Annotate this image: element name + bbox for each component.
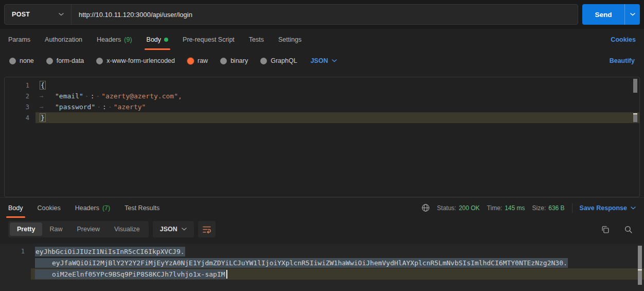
response-line: 1 eyJhbGciOiJIUzI1NiIsInR5cCI6IkpXVCJ9. (0, 246, 644, 257)
response-tabs: Body Cookies Headers (7) Test Results (8, 198, 159, 218)
radio-selected-icon (187, 58, 194, 64)
json-value-password: "azerty" (114, 103, 146, 111)
whitespace-dot: · (97, 103, 101, 111)
text-cursor (226, 270, 227, 279)
whitespace-dot: · (85, 92, 89, 100)
cursor-position-marker (638, 269, 642, 270)
method-select[interactable]: POST (5, 5, 71, 24)
status-field: Status: 200 OK (437, 204, 480, 212)
response-scrollbar[interactable] (637, 246, 642, 287)
line-number: 2 (5, 93, 35, 100)
whitespace-dot: · (96, 92, 100, 100)
url-input[interactable]: http://10.10.11.120:3000/api/user/login (71, 5, 578, 24)
status-label: Status: (437, 204, 456, 212)
cookies-link[interactable]: Cookies (611, 36, 636, 43)
size-value: 636 B (548, 204, 564, 212)
json-value-email: "azerty@azerty.com" (101, 92, 178, 100)
body-language-select[interactable]: JSON (311, 57, 337, 64)
chevron-down-icon (631, 207, 636, 210)
response-header: Body Cookies Headers (7) Test Results St… (0, 197, 644, 218)
tab-whitespace-marker: → (40, 104, 55, 111)
send-label[interactable]: Send (582, 4, 624, 25)
json-key-password: "password" (55, 103, 95, 111)
view-visualize[interactable]: Visualize (107, 222, 147, 236)
response-tab-body[interactable]: Body (8, 198, 23, 218)
response-body-viewer[interactable]: 1 eyJhbGciOiJIUzI1NiIsInR5cCI6IkpXVCJ9. … (0, 244, 644, 291)
code-line: 3 → "password" · : · "azerty" (5, 101, 639, 112)
body-type-row: none form-data x-www-form-urlencoded raw… (0, 50, 644, 72)
whitespace-dot: · (108, 103, 112, 111)
line-number: 1 (5, 82, 35, 89)
view-pretty[interactable]: Pretty (10, 222, 42, 236)
cursor-line-marker (633, 114, 637, 122)
tab-whitespace-marker: → (40, 93, 55, 100)
postman-window: POST http://10.10.11.120:3000/api/user/l… (0, 0, 644, 291)
tab-params[interactable]: Params (8, 29, 30, 50)
editor-scrollbar[interactable] (633, 79, 638, 195)
tab-authorization[interactable]: Authorization (45, 29, 82, 50)
tab-body[interactable]: Body (147, 29, 169, 50)
request-tabs: Params Authorization Headers (9) Body Pr… (8, 29, 301, 50)
tab-tests[interactable]: Tests (249, 29, 264, 50)
radio-icon (46, 58, 53, 64)
open-brace-token: { (40, 81, 46, 90)
send-button[interactable]: Send (582, 4, 640, 25)
radio-form-data[interactable]: form-data (46, 57, 84, 64)
radio-icon (260, 58, 267, 64)
headers-count-badge: (9) (124, 36, 132, 43)
time-value: 145 ms (505, 204, 525, 212)
chevron-down-icon (332, 59, 337, 62)
view-mode-switcher: Pretty Raw Preview Visualize (8, 221, 149, 237)
jwt-token-part-3: oiM2eElnf05YPc9BSq9PiP8S8KCJh7lvhjo1x-sa… (52, 270, 225, 278)
view-raw[interactable]: Raw (42, 222, 69, 236)
method-label: POST (12, 11, 30, 18)
size-field: Size: 636 B (532, 204, 565, 212)
chevron-down-icon (182, 228, 187, 231)
request-body-editor[interactable]: 1 { 2 → "email" · : · "azerty@azerty.com… (4, 77, 640, 197)
view-preview[interactable]: Preview (69, 222, 106, 236)
tab-pre-request-script[interactable]: Pre-request Script (183, 29, 235, 50)
scrollbar-thumb[interactable] (638, 246, 642, 285)
response-meta: Status: 200 OK Time: 145 ms Size: 636 B … (421, 198, 636, 218)
radio-none[interactable]: none (9, 57, 34, 64)
response-tab-headers[interactable]: Headers (7) (75, 198, 111, 218)
save-response-button[interactable]: Save Response (580, 204, 636, 212)
chevron-down-icon (630, 13, 635, 16)
tab-headers[interactable]: Headers (9) (97, 29, 132, 50)
current-line-highlight: } (35, 112, 639, 123)
line-number: 3 (5, 104, 35, 111)
response-line-wrapped-current: oiM2eElnf05YPc9BSq9PiP8S8KCJh7lvhjo1x-sa… (0, 268, 644, 280)
json-key-email: "email" (55, 92, 83, 100)
comma-token: , (178, 92, 182, 100)
network-globe-icon[interactable] (421, 203, 430, 212)
send-options-button[interactable] (624, 4, 640, 25)
beautify-link[interactable]: Beautify (610, 57, 635, 64)
word-wrap-button[interactable] (198, 221, 216, 237)
tab-settings[interactable]: Settings (278, 29, 301, 50)
colon-token: : (102, 103, 106, 111)
radio-binary[interactable]: binary (220, 57, 248, 64)
response-tab-cookies[interactable]: Cookies (38, 198, 61, 218)
code-line: 2 → "email" · : · "azerty@azerty.com" , (5, 91, 639, 101)
time-label: Time: (487, 204, 503, 212)
search-icon[interactable] (624, 225, 633, 234)
body-modified-dot (164, 38, 168, 42)
colon-token: : (91, 92, 95, 100)
radio-raw[interactable]: raw (187, 57, 208, 64)
word-wrap-icon (202, 225, 211, 234)
scrollbar-thumb[interactable] (633, 79, 637, 93)
line-number: 1 (0, 248, 31, 255)
line-number: 4 (5, 114, 35, 122)
response-toolbar-right (601, 225, 636, 234)
response-tab-test-results[interactable]: Test Results (124, 198, 159, 218)
jwt-token-part-1: eyJhbGciOiJIUzI1NiIsInR5cCI6IkpXVCJ9. (35, 247, 185, 256)
code-line-current: 4 } (5, 112, 639, 123)
request-tabs-row: Params Authorization Headers (9) Body Pr… (0, 29, 644, 50)
radio-x-www-form-urlencoded[interactable]: x-www-form-urlencoded (96, 57, 175, 64)
current-line-highlight: oiM2eElnf05YPc9BSq9PiP8S8KCJh7lvhjo1x-sa… (31, 268, 644, 280)
request-url-bar: POST http://10.10.11.120:3000/api/user/l… (0, 0, 644, 29)
code-line: 1 { (5, 80, 639, 91)
radio-graphql[interactable]: GraphQL (260, 57, 297, 64)
copy-icon[interactable] (601, 225, 610, 234)
response-format-select[interactable]: JSON (153, 221, 194, 237)
